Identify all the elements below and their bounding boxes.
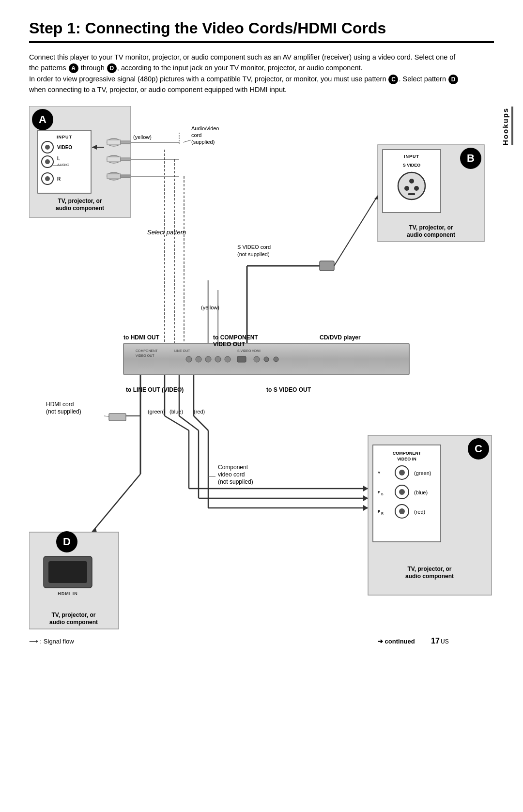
svg-text:➔ continued: ➔ continued	[378, 638, 415, 645]
svg-point-43	[460, 148, 481, 169]
svg-text:S VIDEO cord: S VIDEO cord	[237, 244, 271, 250]
svg-point-65	[186, 356, 192, 362]
svg-text:VIDEO IN: VIDEO IN	[397, 457, 416, 461]
svg-rect-3	[38, 130, 91, 193]
svg-point-136	[399, 489, 405, 495]
diagram-svg: A INPUT VIDEO L —AUDIO R TV, projector, …	[29, 106, 494, 735]
svg-text:VIDEO OUT: VIDEO OUT	[136, 354, 154, 357]
svg-text:INPUT: INPUT	[404, 154, 419, 159]
svg-text:video cord: video cord	[218, 471, 245, 478]
svg-marker-101	[92, 527, 97, 532]
svg-text:TV, projector, or: TV, projector, or	[409, 224, 453, 231]
svg-point-6	[45, 145, 50, 150]
svg-rect-96	[109, 414, 126, 421]
svg-text:—AUDIO: —AUDIO	[53, 163, 69, 167]
svg-text:audio component: audio component	[49, 619, 98, 626]
svg-point-50	[404, 186, 409, 191]
svg-point-135	[395, 485, 409, 499]
svg-line-90	[194, 416, 208, 430]
svg-line-39	[183, 140, 191, 142]
svg-line-100	[92, 474, 140, 532]
svg-point-130	[395, 466, 409, 479]
svg-text:HDMI IN: HDMI IN	[58, 591, 78, 596]
svg-text:S VIDEO: S VIDEO	[237, 349, 251, 352]
svg-marker-58	[374, 196, 378, 199]
svg-text:Audio/video: Audio/video	[191, 125, 219, 131]
svg-line-99	[104, 416, 109, 416]
svg-point-48	[398, 172, 425, 199]
svg-text:(red): (red)	[414, 509, 425, 515]
svg-text:audio component: audio component	[56, 205, 104, 212]
svg-rect-27	[121, 175, 130, 178]
svg-text:A: A	[39, 113, 46, 125]
svg-text:B: B	[381, 492, 384, 496]
svg-text:C: C	[475, 443, 482, 455]
svg-point-103	[56, 531, 77, 552]
svg-line-88	[179, 416, 199, 430]
svg-point-141	[399, 508, 405, 514]
svg-rect-105	[44, 556, 92, 588]
svg-point-67	[205, 356, 211, 362]
svg-text:(yellow): (yellow)	[201, 305, 219, 310]
svg-text:HDMI cord: HDMI cord	[46, 401, 74, 408]
svg-point-13	[45, 176, 50, 181]
svg-rect-21	[121, 141, 130, 144]
svg-point-5	[42, 141, 53, 153]
svg-text:(green): (green)	[148, 409, 165, 414]
svg-point-124	[468, 438, 489, 460]
svg-point-1	[32, 109, 53, 130]
svg-rect-45	[383, 150, 441, 213]
svg-text:audio component: audio component	[405, 573, 454, 580]
svg-text:(blue): (blue)	[169, 409, 183, 414]
svg-text:COMPONENT: COMPONENT	[393, 451, 421, 456]
svg-rect-106	[48, 561, 87, 583]
page-title: Step 1: Connecting the Video Cords/HDMI …	[29, 19, 494, 43]
svg-text:TV, projector, or: TV, projector, or	[52, 612, 96, 618]
diagram-area: A INPUT VIDEO L —AUDIO R TV, projector, …	[29, 106, 494, 735]
svg-text:US: US	[441, 638, 449, 645]
svg-text:VIDEO OUT: VIDEO OUT	[213, 341, 246, 348]
svg-rect-126	[373, 445, 441, 542]
svg-text:TV, projector, or: TV, projector, or	[58, 198, 102, 204]
hookups-side-label: Hookups	[501, 107, 513, 145]
svg-text:COMPONENT: COMPONENT	[136, 349, 158, 352]
svg-rect-64	[123, 343, 409, 375]
svg-line-86	[165, 416, 189, 430]
svg-text:cord: cord	[191, 132, 201, 138]
svg-text:(supplied): (supplied)	[191, 139, 215, 145]
svg-text:to HDMI OUT: to HDMI OUT	[123, 334, 160, 341]
svg-text:B: B	[467, 152, 475, 164]
svg-rect-23	[107, 157, 121, 162]
svg-point-12	[42, 173, 53, 184]
svg-text:to COMPONENT: to COMPONENT	[213, 334, 258, 341]
svg-text:HDMI: HDMI	[252, 349, 261, 352]
svg-text:(not supplied): (not supplied)	[218, 478, 253, 485]
svg-rect-123	[368, 435, 492, 595]
svg-rect-70	[237, 356, 246, 362]
svg-text:to LINE OUT (VIDEO): to LINE OUT (VIDEO)	[126, 386, 184, 393]
svg-point-73	[274, 357, 278, 362]
svg-rect-0	[29, 106, 131, 217]
svg-point-25	[107, 172, 121, 180]
svg-rect-24	[121, 158, 130, 161]
svg-text:TV, projector, or: TV, projector, or	[408, 566, 452, 572]
svg-rect-20	[107, 140, 121, 145]
svg-text:(blue): (blue)	[414, 490, 428, 495]
svg-text:Component: Component	[218, 464, 248, 471]
svg-marker-120	[363, 495, 368, 501]
svg-rect-52	[408, 193, 415, 195]
svg-point-49	[409, 179, 414, 184]
svg-text:D: D	[63, 536, 71, 548]
svg-point-72	[264, 357, 269, 362]
svg-marker-122	[363, 505, 368, 511]
svg-point-8	[42, 156, 53, 168]
svg-point-68	[215, 356, 221, 362]
svg-text:17: 17	[431, 637, 440, 645]
svg-point-140	[395, 505, 409, 518]
svg-text:(green): (green)	[414, 470, 431, 476]
intro-text: Connect this player to your TV monitor, …	[29, 52, 465, 95]
svg-point-9	[45, 159, 50, 164]
svg-text:INPUT: INPUT	[57, 135, 72, 139]
svg-rect-56	[320, 261, 334, 271]
svg-text:Y: Y	[378, 471, 381, 475]
